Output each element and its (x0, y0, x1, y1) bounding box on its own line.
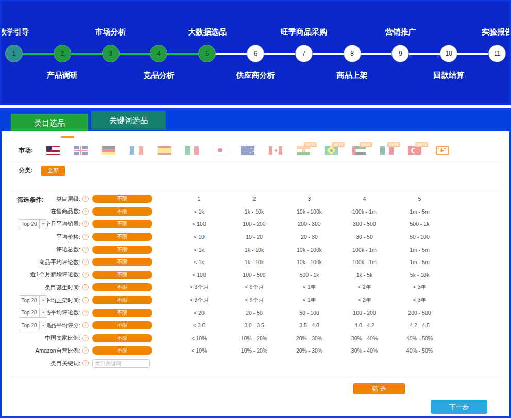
unlimited-button[interactable]: 不限 (92, 220, 152, 228)
filter-option[interactable]: 500 - 1k (282, 272, 337, 278)
filter-option[interactable]: < 20 (172, 310, 227, 316)
filter-option[interactable]: 30% - 40% (337, 347, 392, 354)
filter-option[interactable]: 30 - 50 (337, 234, 392, 240)
filter-button[interactable]: 筛 选 (353, 383, 405, 394)
filter-option[interactable]: 100k - 1m (337, 208, 392, 215)
help-icon[interactable]: ? (82, 284, 89, 290)
filter-option[interactable]: 1k - 10k (227, 247, 282, 253)
step-circle[interactable]: 8 (344, 45, 361, 62)
filter-option[interactable]: 300 - 500 (337, 221, 392, 227)
filter-option[interactable]: < 10 (172, 234, 227, 240)
help-icon[interactable]: ? (82, 234, 89, 240)
step-circle[interactable]: 7 (295, 45, 313, 62)
filter-option[interactable]: < 3年 (392, 284, 447, 291)
filter-option[interactable]: < 100 (172, 221, 227, 227)
market-flag-france[interactable]: NEW (130, 146, 143, 155)
filter-option[interactable]: 50 - 100 (392, 234, 447, 240)
filter-option[interactable]: 10k - 100k (282, 208, 337, 215)
tab-category-selection[interactable]: 类目选品 (11, 114, 88, 132)
filter-option[interactable]: 40% - 50% (392, 347, 447, 354)
filter-option[interactable]: 10% - 20% (227, 347, 282, 354)
category-keyword-input[interactable] (92, 359, 150, 368)
tab-keyword-selection[interactable]: 关键词选品 (91, 111, 166, 130)
help-icon[interactable]: ? (82, 347, 89, 354)
help-icon[interactable]: ? (82, 196, 89, 202)
market-flag-italy[interactable]: NEW (185, 146, 199, 155)
filter-option[interactable]: < 10% (172, 347, 227, 354)
filter-option[interactable]: 10% - 20% (227, 335, 282, 341)
unlimited-button[interactable]: 不限 (92, 309, 152, 317)
filter-option[interactable]: 200 - 500 (392, 310, 447, 316)
filter-option[interactable]: 1m - 5m (392, 208, 447, 215)
help-icon[interactable]: ? (82, 322, 89, 328)
step-circle[interactable]: 3 (102, 45, 120, 62)
filter-option[interactable]: 100 - 200 (227, 221, 282, 227)
market-flag-canada[interactable]: NEW (269, 146, 282, 155)
filter-option[interactable]: 20 - 50 (227, 310, 282, 316)
filter-option[interactable]: < 1k (172, 208, 227, 215)
step-circle[interactable]: 4 (150, 45, 167, 62)
category-all-button[interactable]: 全部 (41, 166, 65, 176)
unlimited-button[interactable]: 不限 (92, 346, 152, 355)
market-flag-mexico[interactable]: NEW (380, 146, 394, 155)
filter-option[interactable]: < 10% (172, 335, 227, 341)
filter-option[interactable]: < 2年 (337, 296, 392, 304)
unlimited-button[interactable]: 不限 (92, 207, 152, 216)
filter-option[interactable]: < 1年 (282, 284, 337, 291)
market-flag-turkey[interactable]: NEW (408, 146, 421, 155)
top20-select[interactable]: Top 20 (19, 295, 47, 305)
top20-select[interactable]: Top 20 (19, 321, 47, 330)
filter-option[interactable]: 4 (337, 196, 392, 202)
filter-option[interactable]: 100k - 1m (337, 259, 392, 265)
step-circle[interactable]: 9 (391, 45, 409, 62)
filter-option[interactable]: 3.0 - 3.5 (227, 322, 282, 328)
help-icon[interactable]: ? (82, 272, 89, 278)
market-flag-australia[interactable]: NEW (241, 146, 254, 155)
market-flag-united-states[interactable]: NEW (46, 146, 60, 155)
step-circle[interactable]: 5 (198, 45, 216, 62)
filter-option[interactable]: < 1年 (282, 296, 337, 304)
filter-option[interactable]: 100 - 500 (227, 272, 282, 278)
market-flag-brazil[interactable]: NEW (325, 146, 338, 155)
step-circle[interactable]: 11 (488, 45, 506, 62)
help-icon[interactable]: ? (82, 310, 89, 316)
filter-option[interactable]: 100k - 1m (337, 247, 392, 253)
filter-option[interactable]: 20 - 30 (282, 234, 337, 240)
help-icon[interactable]: ? (82, 335, 89, 341)
filter-option[interactable]: 5 (392, 196, 447, 202)
step-circle[interactable]: 2 (54, 45, 71, 62)
filter-option[interactable]: 20% - 30% (282, 335, 337, 341)
market-flag-uae[interactable]: NEW (352, 146, 366, 155)
filter-option[interactable]: < 100 (172, 272, 227, 278)
filter-option[interactable]: 10k - 100k (282, 247, 337, 253)
filter-option[interactable]: 5k - 10k (392, 272, 447, 278)
unlimited-button[interactable]: 不限 (92, 271, 152, 279)
unlimited-button[interactable]: 不限 (92, 246, 152, 254)
filter-option[interactable]: < 3.0 (172, 322, 227, 328)
step-circle[interactable]: 10 (440, 45, 457, 62)
filter-option[interactable]: < 6个月 (227, 296, 282, 304)
help-icon[interactable]: ? (82, 297, 89, 303)
market-flag-germany[interactable]: NEW (102, 146, 115, 155)
filter-option[interactable]: 1m - 5m (392, 259, 447, 265)
market-flag-india[interactable]: NEW (297, 146, 310, 155)
filter-option[interactable]: 2 (227, 196, 282, 202)
unlimited-button[interactable]: 不限 (92, 233, 152, 241)
filter-option[interactable]: 1k - 5k (337, 272, 392, 278)
step-circle[interactable]: 1 (5, 45, 23, 62)
filter-option[interactable]: 4.0 - 4.2 (337, 322, 392, 328)
filter-option[interactable]: 1 (172, 196, 227, 202)
filter-option[interactable]: 1m - 5m (392, 247, 447, 253)
filter-option[interactable]: 3.5 - 4.0 (282, 322, 337, 328)
filter-option[interactable]: 50 - 100 (282, 310, 337, 316)
filter-option[interactable]: 100 - 200 (337, 310, 392, 316)
filter-option[interactable]: 40% - 50% (392, 335, 447, 341)
help-icon[interactable]: ? (82, 208, 89, 215)
next-button[interactable]: 下一步 (431, 400, 487, 414)
filter-option[interactable]: 10 - 20 (227, 234, 282, 240)
filter-option[interactable]: 3 (282, 196, 337, 202)
filter-option[interactable]: < 3年 (392, 296, 447, 304)
market-flag-united-kingdom[interactable]: NEW (74, 146, 88, 155)
filter-option[interactable]: 500 - 1k (392, 221, 447, 227)
unlimited-button[interactable]: 不限 (92, 283, 152, 291)
